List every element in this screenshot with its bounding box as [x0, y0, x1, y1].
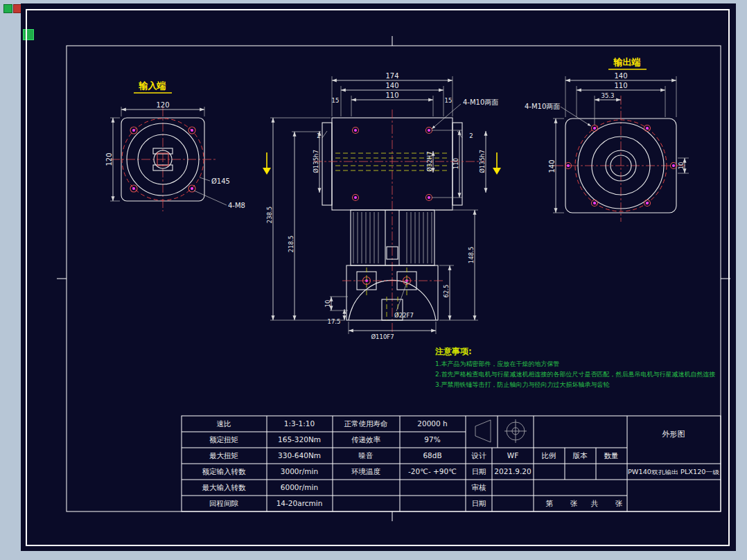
spec-label: 额定输入转数: [202, 467, 247, 475]
label-input-holes: 4-M8: [228, 202, 245, 209]
projection-symbol-circle: [504, 419, 527, 443]
output-end-view: 输出端 140: [525, 57, 689, 222]
cad-viewer: 输入端 120 120: [0, 0, 747, 560]
dim-218-5: 218.5: [288, 236, 295, 252]
designer-name: WF: [507, 451, 518, 460]
dim-110: 110: [385, 91, 398, 99]
dim-input-width: 120: [156, 101, 169, 109]
dim-110-v: 110: [452, 158, 459, 169]
mid-body: [351, 210, 434, 265]
dim-10: 10: [324, 300, 331, 308]
spec-value: -20℃- +90℃: [408, 467, 457, 475]
section-arrow-left: [263, 152, 271, 175]
quantity-label: 数量: [604, 451, 619, 460]
label-output-holes: 4-M10两面: [525, 103, 560, 110]
dim-140: 140: [385, 82, 398, 89]
spec-label: 回程间隙: [209, 499, 239, 507]
date-label: 日期: [472, 467, 486, 475]
sheet-zhang2: 张: [615, 499, 623, 507]
spec-value: 3000r/min: [281, 467, 318, 475]
drawing-type: 外形图: [662, 430, 685, 439]
dim-17-5: 17.5: [328, 318, 341, 325]
design-label: 设计: [471, 451, 487, 460]
sheet-zhang: 张: [570, 499, 578, 507]
date2-label: 日期: [472, 499, 486, 507]
dim-148-5: 148.5: [468, 247, 475, 263]
spec-value: 68dB: [423, 451, 441, 460]
dim-62-5: 62.5: [443, 285, 450, 298]
input-end-label: 输入端: [139, 80, 166, 91]
dim-output-10: 10: [678, 162, 685, 170]
dim-2-left: 2: [317, 132, 320, 139]
dim-238-5: 238.5: [266, 207, 273, 223]
spec-label: 最大输入转数: [202, 483, 247, 491]
part-name: PW140双孔输出 PLX120一级: [628, 469, 719, 475]
spec-label: 最大扭矩: [209, 451, 238, 460]
dim-bore-right: Ø135h7: [479, 150, 486, 173]
dim-bore-center: Ø32H7: [426, 151, 433, 171]
spec-value: 14-20arcmin: [276, 499, 323, 507]
dim-output-140-left: 140: [548, 159, 556, 173]
notes: 注意事项: 1.本产品为精密部件，应放在干燥的地方保管 2.首先严格检查电机与行…: [434, 347, 716, 388]
scale-label: 比例: [542, 451, 556, 460]
dim-15-left: 15: [332, 97, 340, 104]
notes-title: 注意事项:: [434, 347, 472, 356]
version-label: 版本: [573, 451, 588, 460]
projection-symbol-cone: [475, 420, 491, 442]
spec-value: 6000r/min: [281, 483, 318, 491]
spec-label: 额定扭矩: [209, 435, 238, 444]
dim-bolt-circle: Ø145: [211, 177, 230, 185]
dim-output-110: 110: [614, 82, 627, 89]
dim-input-height: 120: [105, 152, 113, 166]
spec-value: 330-640Nm: [278, 451, 321, 460]
dim-110f7: Ø110F7: [371, 333, 394, 340]
sheet-gong: 共: [591, 499, 599, 507]
sheet-di: 第: [546, 499, 554, 507]
check-label: 审核: [472, 483, 487, 491]
spec-label: 环境温度: [351, 467, 381, 475]
input-end-view: 输入端 120 120: [105, 80, 245, 211]
spec-label: 噪音: [359, 451, 374, 460]
dim-output-35-3: 35.3: [601, 92, 615, 99]
spec-value: 1:3-1:10: [284, 419, 315, 428]
title-block: 外形图 设计 WF 比例 版本 数量 日期 2021.9.20 PW140双孔输…: [466, 416, 721, 511]
top-view: 174 140 110 15 15 2 2 4-M10两面 Ø135h7 Ø32…: [263, 72, 501, 340]
spec-value: 20000 h: [417, 419, 447, 428]
section-arrow-right: [493, 152, 501, 175]
drawing-overlay: 输入端 120 120: [0, 0, 747, 560]
output-housing: [342, 265, 443, 320]
spec-label: 传递效率: [351, 435, 381, 444]
dim-2-right: 2: [469, 132, 473, 139]
dim-22f7: Ø22F7: [394, 312, 414, 319]
note-item-3: 3.严禁用铁锤等击打，防止轴向力与径向力过大损坏轴承与齿轮: [435, 381, 610, 388]
spec-value: 97%: [424, 435, 440, 444]
spec-label: 正常使用寿命: [344, 419, 388, 428]
dim-bore-left: Ø135h7: [313, 150, 319, 173]
dim-15-right: 15: [445, 97, 452, 104]
note-item-2: 2.首先严格检查电机与行星减速机相连接的各部位尺寸是否匹配，然后悬吊电机与行星减…: [435, 371, 716, 378]
spec-label: 速比: [217, 419, 231, 428]
dim-174: 174: [385, 72, 398, 80]
output-end-label: 输出端: [613, 57, 641, 67]
spec-value: 165-320Nm: [278, 435, 321, 444]
dim-output-140: 140: [614, 72, 627, 80]
date-value: 2021.9.20: [494, 467, 531, 475]
label-plate-holes: 4-M10两面: [463, 98, 498, 106]
note-item-1: 1.本产品为精密部件，应放在干燥的地方保管: [435, 360, 560, 367]
